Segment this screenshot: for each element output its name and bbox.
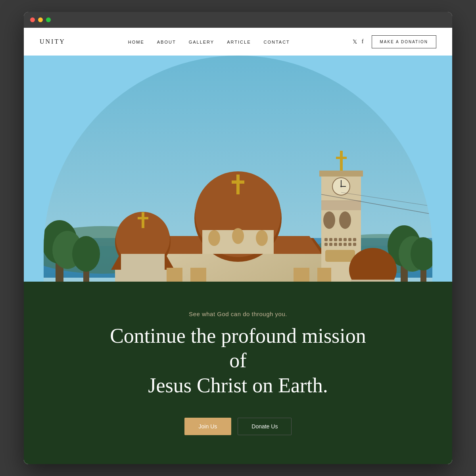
svg-rect-77 [317, 268, 331, 282]
close-dot[interactable] [30, 17, 35, 22]
svg-rect-60 [334, 243, 337, 246]
site-logo: UNITY [40, 38, 65, 45]
svg-rect-71 [336, 157, 347, 159]
svg-rect-55 [344, 238, 347, 241]
svg-rect-74 [167, 268, 182, 282]
maximize-dot[interactable] [46, 17, 51, 22]
join-us-button[interactable]: Join Us [184, 418, 232, 435]
svg-rect-58 [324, 243, 328, 246]
svg-point-49 [323, 211, 335, 229]
svg-rect-64 [353, 243, 356, 246]
nav-item-about[interactable]: ABOUT [157, 38, 176, 45]
make-donation-button[interactable]: MAKE A DONATION [372, 35, 437, 48]
svg-point-35 [208, 230, 220, 246]
svg-rect-63 [348, 243, 351, 246]
nav-link-article[interactable]: ARTICLE [227, 40, 251, 44]
tagline: See what God can do through you. [189, 311, 287, 317]
svg-rect-69 [325, 250, 355, 262]
minimize-dot[interactable] [38, 17, 43, 22]
mission-section: See what God can do through you. Continu… [24, 282, 452, 464]
svg-rect-61 [339, 243, 342, 246]
browser-window: UNITY HOME ABOUT GALLERY ARTICLE CONTACT [24, 12, 452, 464]
svg-rect-62 [344, 243, 347, 246]
browser-chrome [24, 12, 452, 28]
nav-item-article[interactable]: ARTICLE [227, 38, 251, 45]
nav-link-home[interactable]: HOME [128, 40, 144, 44]
church-scene-svg [44, 56, 432, 282]
svg-point-37 [256, 230, 268, 246]
donate-us-button[interactable]: Donate Us [238, 418, 292, 435]
svg-rect-54 [339, 238, 342, 241]
navbar: UNITY HOME ABOUT GALLERY ARTICLE CONTACT [24, 28, 452, 56]
svg-rect-75 [190, 268, 206, 282]
svg-rect-73 [351, 280, 395, 282]
svg-rect-48 [319, 171, 363, 177]
facebook-icon[interactable]: f [362, 38, 364, 45]
nav-link-about[interactable]: ABOUT [157, 40, 176, 44]
twitter-icon[interactable]: 𝕏 [353, 38, 357, 45]
svg-rect-43 [142, 212, 144, 228]
svg-point-36 [232, 228, 244, 244]
nav-item-home[interactable]: HOME [128, 38, 144, 45]
nav-links: HOME ABOUT GALLERY ARTICLE CONTACT [128, 38, 290, 45]
svg-rect-52 [329, 238, 332, 241]
svg-rect-39 [232, 180, 244, 184]
heading-line1: Continue the profound mission of [110, 324, 366, 372]
nav-item-gallery[interactable]: GALLERY [189, 38, 215, 45]
svg-rect-53 [334, 238, 337, 241]
svg-rect-42 [121, 254, 165, 270]
nav-link-contact[interactable]: CONTACT [263, 40, 290, 44]
svg-rect-44 [138, 217, 148, 219]
svg-point-11 [72, 236, 100, 272]
svg-rect-57 [353, 238, 356, 241]
svg-rect-51 [324, 238, 328, 241]
svg-rect-56 [348, 238, 351, 241]
svg-rect-38 [236, 175, 240, 194]
main-heading: Continue the profound mission of Jesus C… [99, 324, 377, 398]
svg-rect-76 [294, 268, 309, 282]
circle-clip [44, 56, 432, 282]
svg-rect-59 [329, 243, 332, 246]
nav-item-contact[interactable]: CONTACT [263, 38, 290, 45]
nav-social: 𝕏 f [353, 38, 364, 45]
svg-rect-18 [115, 270, 171, 282]
church-image-container [24, 56, 452, 282]
page-content: UNITY HOME ABOUT GALLERY ARTICLE CONTACT [24, 28, 452, 464]
svg-point-50 [339, 211, 351, 229]
heading-line2: Jesus Christ on Earth. [148, 374, 328, 397]
cta-buttons: Join Us Donate Us [184, 418, 292, 435]
nav-link-gallery[interactable]: GALLERY [189, 40, 215, 44]
svg-rect-70 [340, 151, 343, 171]
hero-section: See what God can do through you. Continu… [24, 56, 452, 464]
